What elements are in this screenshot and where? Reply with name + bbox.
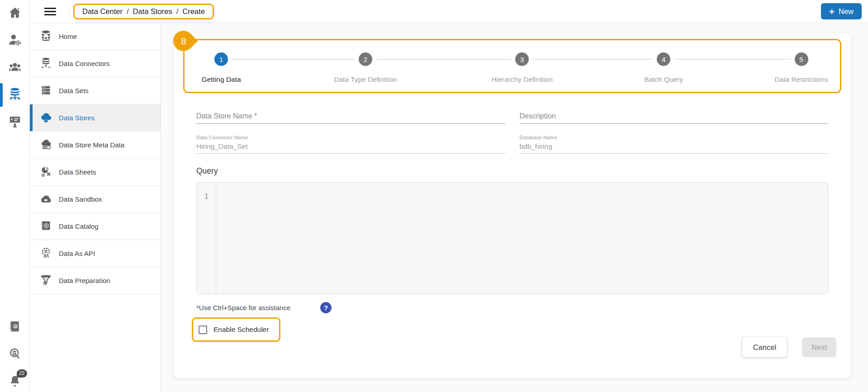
database-network-icon xyxy=(8,87,22,103)
query-code-input[interactable] xyxy=(216,183,828,294)
step-3-circle[interactable]: 3 xyxy=(515,52,529,66)
user-settings-icon xyxy=(8,33,22,48)
sidebar-item-label: Data Stores xyxy=(59,114,95,122)
sidebar-item-data-connectors[interactable]: Data Connectors xyxy=(30,50,161,77)
sidebar-item-data-preparation[interactable]: Data Preparation xyxy=(30,267,161,294)
editor-line-number: 1 xyxy=(197,183,216,294)
sidebar-item-label: Data Preparation xyxy=(59,277,110,284)
sidebar-item-label: Data Sandbox xyxy=(59,195,102,203)
book-search-icon xyxy=(8,320,22,335)
api-gear-icon: API xyxy=(40,247,52,260)
data-connector-name-value: Hiring_Data_Set xyxy=(196,140,505,154)
presentation-icon xyxy=(8,114,22,130)
sidebar-item-label: Data Catalog xyxy=(59,222,99,230)
data-sheet-sync-icon xyxy=(40,165,52,179)
data-search-icon xyxy=(8,347,22,362)
sidebar-item-data-sheets[interactable]: Data Sheets xyxy=(30,159,161,186)
data-store-name-input[interactable] xyxy=(196,110,505,124)
step-4-label: Batch Query xyxy=(644,76,683,84)
sidebar-item-data-stores[interactable]: Data Stores xyxy=(30,104,161,132)
rail-presentation-button[interactable] xyxy=(0,114,30,130)
breadcrumb-separator: / xyxy=(176,7,179,16)
query-section-heading: Query xyxy=(196,166,828,176)
breadcrumb: Data Center / Data Stores / Create xyxy=(73,4,214,19)
sidebar-item-label: Data Sets xyxy=(59,87,89,94)
sidebar: Home Data Connectors Data Sets Data Stor… xyxy=(30,23,161,392)
database-name-label: Database Name xyxy=(520,135,829,140)
rail-user-settings-button[interactable] xyxy=(0,33,30,48)
sidebar-item-data-sets[interactable]: Data Sets xyxy=(30,77,161,104)
query-editor: 1 xyxy=(196,182,828,294)
home-database-icon xyxy=(40,30,52,43)
step-1-circle[interactable]: 1 xyxy=(214,52,228,66)
create-data-store-card: 8 1 2 3 4 5 Getting Data Data Type Defin… xyxy=(174,33,851,378)
sidebar-item-label: Data Store Meta Data xyxy=(59,141,124,149)
sidebar-item-label: Data Sheets xyxy=(59,168,96,176)
sidebar-item-data-catalog[interactable]: Data Catalog xyxy=(30,213,161,240)
hamburger-menu-icon[interactable] xyxy=(44,8,56,15)
rail-notifications-button[interactable]: 22 xyxy=(0,374,30,389)
cloud-sandbox-icon xyxy=(40,193,52,206)
step-connector xyxy=(376,59,511,60)
step-3-label: Hierarchy Definition xyxy=(492,76,553,84)
cloud-database-icon xyxy=(40,111,52,125)
home-icon xyxy=(8,6,22,21)
breadcrumb-separator: / xyxy=(127,7,129,16)
top-bar: Data Center / Data Stores / Create + New xyxy=(30,0,868,23)
topbar-divider xyxy=(69,6,69,16)
new-button-label: New xyxy=(839,7,854,16)
icon-rail: 22 xyxy=(0,0,30,392)
stepper-highlight-box: 8 1 2 3 4 5 Getting Data Data Type Defin… xyxy=(183,39,841,93)
cancel-button[interactable]: Cancel xyxy=(742,337,787,357)
sidebar-item-data-as-api[interactable]: API Data As API xyxy=(30,240,161,267)
sidebar-item-data-store-meta-data[interactable]: </> Data Store Meta Data xyxy=(30,132,161,159)
step-2-label: Data Type Definition xyxy=(334,76,397,84)
database-connector-icon xyxy=(40,57,52,71)
sidebar-item-label: Data Connectors xyxy=(59,60,110,67)
notification-count-badge: 22 xyxy=(17,369,27,378)
step-connector xyxy=(232,59,355,60)
rail-data-audit-button[interactable] xyxy=(0,320,30,335)
main-content: 8 1 2 3 4 5 Getting Data Data Type Defin… xyxy=(161,23,868,392)
catalog-book-gear-icon xyxy=(40,220,52,233)
step-5-label: Data Restrictions xyxy=(774,76,828,84)
plus-icon: + xyxy=(829,7,835,16)
server-stack-icon xyxy=(40,84,52,98)
sidebar-item-data-sandbox[interactable]: Data Sandbox xyxy=(30,186,161,213)
step-1-label: Getting Data xyxy=(202,76,241,84)
step-5-circle[interactable]: 5 xyxy=(795,52,808,66)
wizard-stepper: 1 2 3 4 5 Getting Data Data Type Definit… xyxy=(185,40,840,92)
breadcrumb-data-stores[interactable]: Data Stores xyxy=(133,7,172,16)
breadcrumb-create[interactable]: Create xyxy=(182,7,205,16)
rail-data-center-button[interactable] xyxy=(0,87,30,103)
data-connector-name-label: Data Connector Name xyxy=(196,135,505,140)
ctrl-space-hint: *Use Ctrl+Space for assistance xyxy=(196,304,290,312)
rail-home-button[interactable] xyxy=(0,6,30,21)
new-button[interactable]: + New xyxy=(821,3,862,19)
sidebar-item-label: Home xyxy=(59,33,77,40)
cloud-database-code-icon: </> xyxy=(40,138,52,152)
rail-data-search-button[interactable] xyxy=(0,347,30,362)
svg-text:</>: </> xyxy=(47,146,51,148)
funnel-gear-icon xyxy=(40,274,52,288)
enable-scheduler-label: Enable Scheduler xyxy=(213,326,269,334)
sidebar-item-home[interactable]: Home xyxy=(30,23,161,50)
help-icon[interactable]: ? xyxy=(320,302,332,313)
breadcrumb-data-center[interactable]: Data Center xyxy=(82,7,123,16)
next-button[interactable]: Next xyxy=(802,337,836,357)
step-2-circle[interactable]: 2 xyxy=(359,52,372,66)
rail-users-button[interactable] xyxy=(0,60,30,76)
step-connector xyxy=(533,59,653,60)
description-input[interactable] xyxy=(520,110,829,124)
step-connector xyxy=(674,59,790,60)
database-name-value: bdb_hiring xyxy=(520,140,829,154)
users-icon xyxy=(8,60,22,76)
sidebar-item-label: Data As API xyxy=(59,250,95,257)
enable-scheduler-checkbox[interactable] xyxy=(199,326,207,334)
step-4-circle[interactable]: 4 xyxy=(657,52,670,66)
svg-text:API: API xyxy=(43,255,49,259)
